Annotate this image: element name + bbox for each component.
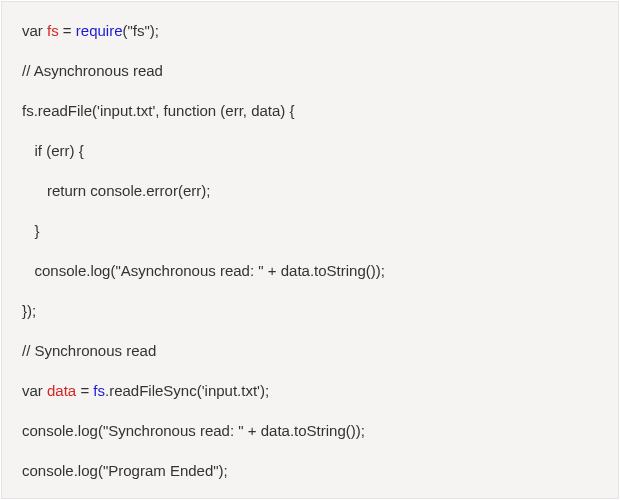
- code-line: var data = fs.readFileSync('input.txt');: [22, 380, 598, 401]
- code-line: if (err) {: [22, 140, 598, 161]
- code-token: =: [59, 22, 76, 39]
- code-indent: [22, 222, 35, 239]
- code-indent: [22, 182, 47, 199]
- code-token: fs.readFile('input.txt', function (err, …: [22, 102, 295, 119]
- code-token: });: [22, 302, 36, 319]
- code-token: data: [47, 382, 76, 399]
- code-line: }: [22, 220, 598, 241]
- code-block: var fs = require("fs");// Asynchronous r…: [1, 1, 619, 499]
- code-token: require: [76, 22, 123, 39]
- code-line: // Synchronous read: [22, 340, 598, 361]
- code-token: var: [22, 382, 47, 399]
- code-token: .readFileSync('input.txt');: [105, 382, 269, 399]
- code-token: if (err) {: [35, 142, 84, 159]
- code-token: }: [35, 222, 40, 239]
- code-token: console.log("Synchronous read: " + data.…: [22, 422, 365, 439]
- code-line: console.log("Asynchronous read: " + data…: [22, 260, 598, 281]
- code-line: console.log("Synchronous read: " + data.…: [22, 420, 598, 441]
- code-token: ("fs");: [123, 22, 159, 39]
- code-line: var fs = require("fs");: [22, 20, 598, 41]
- code-token: =: [76, 382, 93, 399]
- code-indent: [22, 142, 35, 159]
- code-token: // Asynchronous read: [22, 62, 163, 79]
- code-line: console.log("Program Ended");: [22, 460, 598, 481]
- code-indent: [22, 262, 35, 279]
- code-line: // Asynchronous read: [22, 60, 598, 81]
- code-token: return console.error(err);: [47, 182, 210, 199]
- code-line: return console.error(err);: [22, 180, 598, 201]
- code-token: fs: [93, 382, 105, 399]
- code-token: // Synchronous read: [22, 342, 156, 359]
- code-line: });: [22, 300, 598, 321]
- code-line: fs.readFile('input.txt', function (err, …: [22, 100, 598, 121]
- code-token: console.log("Program Ended");: [22, 462, 228, 479]
- code-token: fs: [47, 22, 59, 39]
- code-token: var: [22, 22, 47, 39]
- code-token: console.log("Asynchronous read: " + data…: [35, 262, 385, 279]
